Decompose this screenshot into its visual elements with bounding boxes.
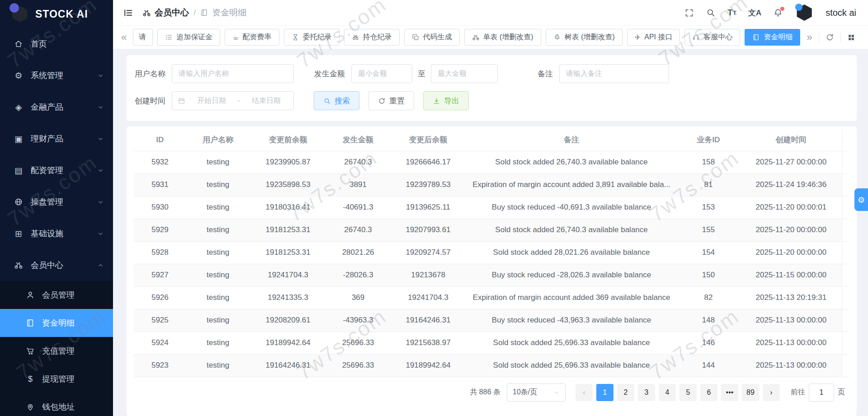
cell-balance-after: 19164246.31: [390, 309, 467, 332]
cell-username: testing: [186, 309, 250, 332]
next-page-button[interactable]: ›: [763, 384, 780, 401]
search-button[interactable]: 搜索: [314, 91, 359, 110]
cell-balance-after: 19209274.57: [390, 241, 467, 264]
grid-layout-icon[interactable]: [845, 33, 857, 42]
tab-fund-details[interactable]: 资金明细: [745, 29, 800, 46]
page-number-button[interactable]: •••: [721, 384, 738, 401]
tab-tree-table-crud[interactable]: 树表 (增删改查): [546, 29, 623, 46]
tabs-scroll-left-icon[interactable]: «: [119, 33, 128, 42]
reset-button[interactable]: 重置: [368, 91, 414, 110]
cell-username: testing: [186, 151, 250, 173]
table-row[interactable]: 5927 testing 19241704.3 -28026.3 1921367…: [134, 264, 849, 286]
refresh-icon[interactable]: [824, 33, 836, 42]
page-number-button[interactable]: 5: [679, 384, 697, 401]
settings-gear-button[interactable]: ⚙: [854, 188, 868, 211]
table-row[interactable]: 5932 testing 19239905.87 26740.3 1926664…: [134, 151, 849, 173]
cell-balance-after: 19189942.64: [390, 354, 467, 377]
app-root: 7w7s.com 7w7s.com 7w7s.com 7w7s.com 7w7s…: [0, 0, 868, 416]
translate-icon[interactable]: 文A: [748, 8, 761, 18]
col-business-id: 业务ID: [677, 129, 741, 151]
sidebar-item-member-center[interactable]: 会员中心: [0, 249, 113, 281]
bicycle-icon: [13, 261, 24, 270]
amount-max-input[interactable]: [431, 64, 498, 83]
tab-code-generation[interactable]: 代码生成: [404, 29, 460, 46]
cell-username: testing: [186, 286, 250, 309]
page-number-button[interactable]: 3: [638, 384, 655, 401]
sidebar-item-system[interactable]: ⚙ 系统管理: [0, 60, 113, 91]
sidebar-toggle-icon[interactable]: [123, 8, 133, 18]
prev-page-button[interactable]: ‹: [576, 384, 593, 401]
avatar[interactable]: [795, 3, 814, 22]
page-number-button[interactable]: 1: [596, 384, 613, 401]
remark-input[interactable]: [559, 64, 669, 83]
export-button[interactable]: 导出: [423, 91, 469, 110]
amount-min-input[interactable]: [351, 64, 412, 83]
page-number-button[interactable]: 6: [700, 384, 717, 401]
date-range-input[interactable]: 开始日期 - 结束日期: [172, 91, 294, 110]
tabs-scroll-right-icon[interactable]: »: [805, 33, 814, 42]
cell-username: testing: [186, 264, 250, 286]
tab-order-records[interactable]: 委托纪录: [284, 29, 340, 46]
tab-api[interactable]: ✈ API 接口: [627, 29, 680, 46]
cell-balance-before: 19239905.87: [250, 151, 326, 173]
tab-customer-service[interactable]: 客服中心: [684, 29, 740, 46]
table-row[interactable]: 5925 testing 19208209.61 -43963.3 191642…: [134, 309, 849, 332]
tab-allocation-rate[interactable]: ☕ 配资费率: [225, 29, 279, 46]
cell-remark: Sold stock added 28,021.26 available bal…: [467, 241, 677, 264]
cell-id: 5931: [134, 173, 186, 196]
cell-created-time: 2025-11-20 00:00:00: [740, 219, 842, 241]
font-size-icon[interactable]: TT: [727, 8, 736, 18]
headset-icon: [692, 33, 700, 41]
table-row[interactable]: 5923 testing 19164246.31 25696.33 191899…: [134, 354, 849, 377]
cell-balance-before: 19181253.31: [250, 241, 326, 264]
table-row[interactable]: 5928 testing 19181253.31 28021.26 192092…: [134, 241, 849, 264]
tab-single-table-crud[interactable]: 单表 (增删改查): [464, 29, 541, 46]
gear-icon: ⚙: [13, 70, 24, 80]
page-number-button[interactable]: 2: [617, 384, 634, 401]
sidebar-item-fund-details[interactable]: 资金明细: [0, 309, 113, 337]
cell-remark: Sold stock added 26,740.3 available bala…: [467, 151, 677, 173]
table-row[interactable]: 5926 testing 19241335.3 369 19241704.3 E…: [134, 286, 849, 309]
breadcrumb-member-center[interactable]: 会员中心: [142, 7, 189, 19]
user-name[interactable]: stock ai: [826, 8, 856, 18]
sidebar-item-withdrawal-management[interactable]: $ 提现管理: [0, 365, 113, 393]
sidebar-item-member-management[interactable]: 会员管理: [0, 281, 113, 309]
cell-created-time: 2025-11-13 00:00:00: [740, 354, 842, 377]
table-row[interactable]: 5931 testing 19235898.53 3891 19239789.5…: [134, 173, 849, 196]
fullscreen-icon[interactable]: [684, 8, 694, 18]
goto-page-input[interactable]: [809, 383, 834, 402]
money-check-icon: ▤: [13, 165, 24, 175]
page-number-button[interactable]: 4: [659, 384, 676, 401]
sidebar-item-infrastructure[interactable]: ⊞ 基础设施: [0, 218, 113, 249]
sidebar-item-recharge-management[interactable]: 充值管理: [0, 337, 113, 365]
table-row[interactable]: 5924 testing 19189942.64 25696.33 192156…: [134, 332, 849, 354]
sidebar-item-finance-products[interactable]: ◈ 金融产品: [0, 91, 113, 123]
tab-position-records[interactable]: 持仓纪录: [344, 29, 400, 46]
cell-business-id: 144: [677, 354, 741, 377]
cell-balance-after: 19241704.3: [390, 286, 467, 309]
hourglass-icon: [292, 33, 299, 41]
dollar-icon: $: [25, 374, 35, 384]
cell-created-time: 2025-11-27 00:00:00: [740, 151, 842, 173]
divider: [840, 33, 841, 42]
col-username: 用户名称: [186, 129, 250, 151]
username-input[interactable]: [172, 64, 294, 83]
table-row[interactable]: 5930 testing 19180316.41 -40691.3 191396…: [134, 196, 849, 219]
cell-id: 5925: [134, 309, 186, 332]
table-scrollbar-gutter: [842, 264, 849, 286]
page-number-button[interactable]: 89: [742, 384, 759, 401]
search-icon[interactable]: [706, 8, 716, 18]
tab-margin-call[interactable]: 追加保证金: [157, 29, 220, 46]
table-scrollbar-gutter: [842, 241, 849, 264]
tab-partial[interactable]: 请: [133, 29, 153, 46]
box-icon: ▣: [13, 134, 24, 144]
sidebar-item-wealth-products[interactable]: ▣ 理财产品: [0, 123, 113, 154]
sidebar-item-wallet-address[interactable]: 钱包地址: [0, 393, 113, 416]
sidebar-item-allocation[interactable]: ▤ 配资管理: [0, 154, 113, 186]
notification-bell-icon[interactable]: [773, 8, 783, 18]
notification-badge: [780, 7, 784, 11]
sidebar-item-trading[interactable]: 操盘管理: [0, 186, 113, 218]
sidebar-item-home[interactable]: 首页: [0, 28, 113, 60]
page-size-select[interactable]: 10条/页: [507, 383, 566, 402]
table-row[interactable]: 5929 testing 19181253.31 26740.3 1920799…: [134, 219, 849, 241]
